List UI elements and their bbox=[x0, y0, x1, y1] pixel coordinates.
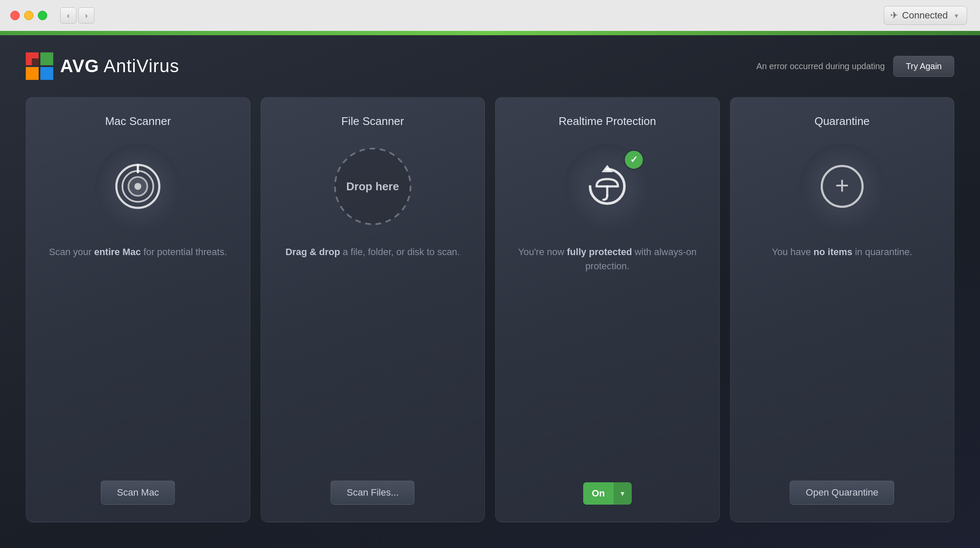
cards-grid: Mac Scanner Scan your entire Mac for pot… bbox=[26, 97, 954, 522]
file-scanner-icon-bg[interactable]: Drop here bbox=[330, 143, 416, 229]
connected-button[interactable]: ✈ Connected ▾ bbox=[884, 6, 967, 25]
svg-rect-3 bbox=[40, 67, 53, 80]
maximize-button[interactable] bbox=[38, 11, 47, 20]
back-button[interactable]: ‹ bbox=[60, 7, 76, 24]
titlebar: ‹ › ✈ Connected ▾ bbox=[0, 0, 980, 31]
minimize-button[interactable] bbox=[24, 11, 33, 20]
realtime-protection-card: Realtime Protection You're now fully pro… bbox=[495, 97, 720, 522]
checkmark-badge bbox=[624, 149, 644, 170]
logo-area: AVG AntiVirus bbox=[26, 52, 180, 80]
drop-here-text: Drop here bbox=[346, 180, 399, 193]
update-error-text: An error occurred during updating bbox=[756, 61, 885, 71]
try-again-button[interactable]: Try Again bbox=[893, 56, 954, 77]
plus-icon: + bbox=[835, 174, 849, 198]
app-title: AVG AntiVirus bbox=[60, 56, 180, 76]
svg-rect-4 bbox=[32, 58, 39, 65]
connected-label: Connected bbox=[902, 10, 948, 21]
realtime-protection-icon-bg bbox=[564, 143, 650, 229]
connected-icon: ✈ bbox=[890, 10, 898, 21]
quarantine-card: Quarantine + You have no items in quaran… bbox=[730, 97, 955, 522]
nav-arrows: ‹ › bbox=[60, 7, 94, 24]
quarantine-desc: You have no items in quarantine. bbox=[772, 245, 912, 468]
app-header: AVG AntiVirus An error occurred during u… bbox=[26, 35, 954, 97]
plus-circle: + bbox=[821, 165, 864, 208]
svg-rect-2 bbox=[26, 67, 39, 80]
realtime-protection-desc: You're now fully protected with always-o… bbox=[508, 245, 706, 469]
app-body: AVG AntiVirus An error occurred during u… bbox=[0, 35, 980, 548]
quarantine-title: Quarantine bbox=[814, 115, 870, 128]
svg-point-8 bbox=[134, 183, 141, 190]
update-area: An error occurred during updating Try Ag… bbox=[756, 56, 954, 77]
open-quarantine-button[interactable]: Open Quarantine bbox=[790, 481, 894, 505]
chevron-down-icon: ▾ bbox=[955, 12, 958, 20]
green-stripe bbox=[0, 31, 980, 35]
toggle-on-label: On bbox=[583, 482, 614, 505]
file-scanner-title: File Scanner bbox=[341, 115, 404, 128]
realtime-protection-title: Realtime Protection bbox=[559, 115, 656, 128]
quarantine-icon-bg: + bbox=[799, 143, 885, 229]
scan-files-button[interactable]: Scan Files... bbox=[331, 481, 414, 505]
mac-scanner-icon-bg bbox=[95, 143, 181, 229]
protection-icon bbox=[584, 163, 631, 210]
file-scanner-card: File Scanner Drop here Drag & drop a fil… bbox=[261, 97, 485, 522]
forward-button[interactable]: › bbox=[78, 7, 94, 24]
file-scanner-desc: Drag & drop a file, folder, or disk to s… bbox=[286, 245, 460, 468]
mac-scanner-title: Mac Scanner bbox=[105, 115, 171, 128]
scanner-icon bbox=[114, 163, 161, 210]
scan-mac-button[interactable]: Scan Mac bbox=[101, 481, 175, 505]
mac-scanner-card: Mac Scanner Scan your entire Mac for pot… bbox=[26, 97, 250, 522]
mac-scanner-desc: Scan your entire Mac for potential threa… bbox=[49, 245, 227, 468]
avg-logo bbox=[26, 52, 53, 80]
toggle-chevron-icon: ▾ bbox=[614, 482, 632, 505]
svg-rect-1 bbox=[40, 52, 53, 65]
realtime-toggle-button[interactable]: On ▾ bbox=[583, 482, 632, 505]
close-button[interactable] bbox=[10, 11, 20, 20]
traffic-lights bbox=[10, 11, 47, 20]
